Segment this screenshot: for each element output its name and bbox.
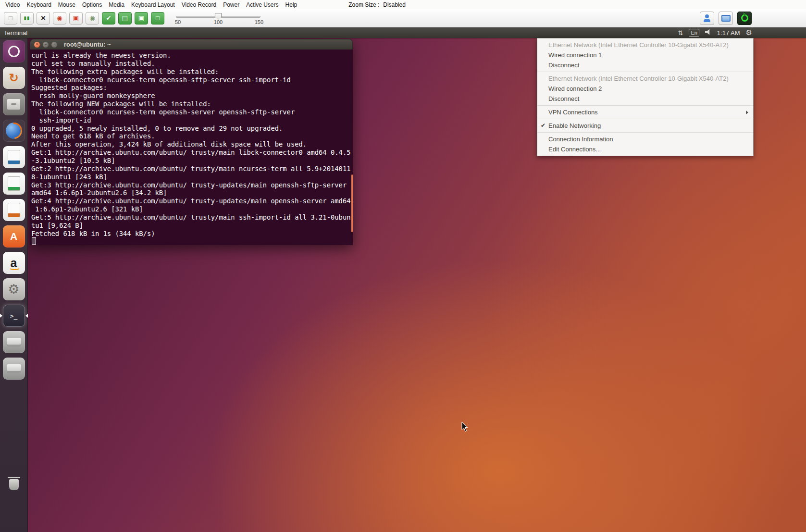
- network-menu: Ethernet Network (Intel Ethernet Control…: [537, 38, 754, 156]
- menu-item-wired-connection-1[interactable]: Wired connection 1: [537, 50, 753, 60]
- keyboard-layout-indicator[interactable]: En: [689, 29, 699, 37]
- menu-item-disconnect-2[interactable]: Disconnect: [537, 94, 753, 104]
- vpn-connections-label: VPN Connections: [548, 109, 598, 116]
- launcher-item-firefox[interactable]: [3, 120, 25, 142]
- submenu-arrow-icon: [746, 111, 748, 114]
- speaker-icon: [705, 29, 711, 35]
- terminal-window[interactable]: × − ▫ root@ubuntu: ~ curl is already the…: [30, 39, 353, 245]
- launcher-item-ubuntu-software-center[interactable]: A: [3, 225, 25, 247]
- zoom-slider[interactable]: 50 100 150: [175, 10, 261, 26]
- fullscreen-icon: ×: [41, 13, 46, 23]
- menu-help[interactable]: Help: [282, 0, 301, 9]
- zoom-tick-150: 150: [255, 19, 263, 25]
- menu-item-edit-connections[interactable]: Edit Connections...: [537, 144, 753, 154]
- launcher-item-libreoffice-impress[interactable]: [3, 199, 25, 221]
- terminal-titlebar[interactable]: × − ▫ root@ubuntu: ~: [30, 39, 353, 49]
- vm-toolbar-right: [700, 12, 802, 25]
- menu-mouse[interactable]: Mouse: [55, 0, 79, 9]
- disk-drive-icon: [7, 338, 21, 347]
- launcher-item-trash[interactable]: [3, 473, 25, 495]
- network-indicator-icon[interactable]: ⇅: [678, 29, 683, 37]
- launcher-item-amazon[interactable]: a: [3, 252, 25, 274]
- launcher-item-dash-home[interactable]: [3, 40, 25, 62]
- zoom-tick-100: 100: [214, 19, 223, 25]
- fullscreen-button[interactable]: ×: [37, 12, 50, 25]
- software-updater-icon: ↻: [9, 71, 18, 85]
- launcher-item-disk-drive-1[interactable]: [3, 331, 25, 353]
- save-button[interactable]: ▣: [69, 12, 83, 25]
- display-icon: □: [9, 14, 12, 22]
- snapshot-button[interactable]: ◉: [86, 12, 99, 25]
- checkmark-icon: ✔: [541, 121, 546, 131]
- power-button[interactable]: [737, 12, 752, 25]
- menu-separator: [537, 105, 753, 106]
- menu-video[interactable]: Video: [2, 0, 23, 9]
- zoom-status-value: Disabled: [383, 1, 406, 8]
- mouse-cursor: [461, 421, 470, 435]
- launcher-item-libreoffice-writer[interactable]: [3, 146, 25, 168]
- zoom-status: Zoom Size : Disabled: [348, 1, 406, 8]
- terminal-cursor: [32, 237, 36, 245]
- menu-item-connection-information[interactable]: Connection Information: [537, 134, 753, 144]
- launcher-item-software-updater[interactable]: ↻: [3, 67, 25, 89]
- menu-keyboard[interactable]: Keyboard: [23, 0, 54, 9]
- menu-active-users[interactable]: Active Users: [243, 0, 282, 9]
- keyboard-grab-button[interactable]: ▤: [118, 12, 132, 25]
- window-close-button[interactable]: ×: [34, 42, 40, 48]
- terminal-output: curl is already the newest version. curl…: [31, 51, 352, 237]
- launcher-item-system-settings[interactable]: ⚙: [3, 278, 25, 300]
- floppy-icon: ▣: [73, 14, 79, 22]
- settings-gear-icon: ⚙: [8, 282, 19, 297]
- menu-item-disconnect-1[interactable]: Disconnect: [537, 60, 753, 70]
- zoom-status-label: Zoom Size :: [348, 1, 379, 8]
- terminal-icon: >_: [10, 312, 18, 320]
- top-panel: Terminal ⇅ En 1:17 AM ⚙: [0, 27, 806, 38]
- clock[interactable]: 1:17 AM: [717, 29, 740, 37]
- enable-networking-label: Enable Networking: [548, 122, 601, 129]
- launcher-item-files[interactable]: [3, 93, 25, 115]
- launcher-item-terminal[interactable]: >_: [3, 305, 25, 327]
- check-icon: ✔: [106, 14, 112, 22]
- menu-item-vpn-connections[interactable]: VPN Connections: [537, 107, 753, 117]
- screen-button[interactable]: [719, 12, 733, 25]
- menu-keyboard-layout[interactable]: Keyboard Layout: [128, 0, 178, 9]
- terminal-body[interactable]: curl is already the newest version. curl…: [30, 49, 353, 245]
- menu-options[interactable]: Options: [79, 0, 105, 9]
- record-button[interactable]: ◉: [53, 12, 66, 25]
- active-app-title: Terminal: [0, 29, 27, 37]
- snapshot-icon: ◉: [89, 14, 95, 22]
- menu-separator: [537, 119, 753, 119]
- pause-button[interactable]: ▮▮: [20, 12, 34, 25]
- firefox-icon: [6, 123, 22, 139]
- focused-arrow-icon: [25, 314, 28, 318]
- menu-power[interactable]: Power: [220, 0, 243, 9]
- running-arrow-icon: [0, 314, 2, 318]
- monitor-button[interactable]: □: [151, 12, 164, 25]
- pause-icon: ▮▮: [24, 15, 30, 21]
- trash-icon: [9, 479, 19, 490]
- disk-drive-icon: [7, 364, 21, 373]
- confirm-button[interactable]: ✔: [102, 12, 115, 25]
- menu-media[interactable]: Media: [105, 0, 128, 9]
- menu-item-enable-networking[interactable]: ✔ Enable Networking: [537, 121, 753, 131]
- window-maximize-button[interactable]: ▫: [51, 42, 57, 48]
- user-button[interactable]: [700, 12, 714, 25]
- monitor-icon: □: [156, 14, 160, 22]
- session-gear-icon[interactable]: ⚙: [746, 28, 752, 37]
- display-button[interactable]: □: [4, 12, 17, 25]
- screen-icon: [721, 15, 731, 22]
- camera-icon: ▣: [138, 14, 144, 22]
- screenshot-button[interactable]: ▣: [135, 12, 148, 25]
- terminal-scrollbar[interactable]: [351, 174, 353, 232]
- window-minimize-button[interactable]: −: [43, 42, 49, 48]
- launcher-item-libreoffice-calc[interactable]: [3, 173, 25, 195]
- terminal-title: root@ubuntu: ~: [64, 41, 111, 48]
- menu-video-record[interactable]: Video Record: [178, 0, 220, 9]
- desktop[interactable]: Terminal ⇅ En 1:17 AM ⚙ ↻ A a ⚙ >_ ×: [0, 27, 806, 532]
- power-icon: [741, 14, 748, 22]
- files-icon: [7, 99, 20, 110]
- launcher-item-disk-drive-2[interactable]: [3, 358, 25, 380]
- volume-icon[interactable]: [705, 29, 711, 37]
- menu-separator: [537, 132, 753, 133]
- menu-item-wired-connection-2[interactable]: Wired connection 2: [537, 84, 753, 94]
